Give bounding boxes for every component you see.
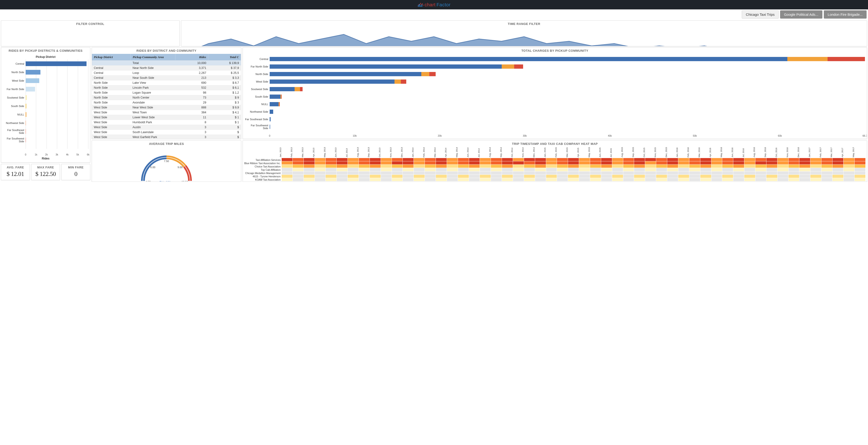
filter-control-card: FILTER CONTROL <box>1 21 180 46</box>
heatmap-card: TRIP TIMESTAMP AND TAXI CAB COMPANY HEAT… <box>243 141 867 182</box>
kpi-title: MAX FARE <box>32 166 59 169</box>
rides-table-title: RIDES BY DISTRICT AND COMMUNITY <box>92 48 241 54</box>
total-charges-chart[interactable]: CentralFar North SideNorth SideWest Side… <box>245 55 865 134</box>
rides-by-pickup-subtitle: Pickup District <box>3 55 88 59</box>
time-range-sparkline[interactable] <box>186 28 862 46</box>
gauge-tick: 10.50 <box>182 180 188 181</box>
heatmap-xlabels: Jan, 2013Feb, 2013Mar, 2013Apr, 2013May,… <box>281 147 865 158</box>
kpi-value: 0 <box>63 171 89 178</box>
time-range-card: TIME RANGE FILTER Jan, 2013 Jul, 2013 Ja… <box>181 21 867 46</box>
logo: chartFactor <box>417 2 451 7</box>
avg-trip-miles-card: AVERAGE TRIP MILES 4.50 6.00 7.50 9.00 1… <box>92 141 241 182</box>
heatmap-cells[interactable] <box>281 158 865 181</box>
gauge-tick: 7.50 <box>164 160 169 162</box>
svg-rect-0 <box>418 5 419 7</box>
gauge-tick: 6.00 <box>150 166 155 169</box>
svg-rect-2 <box>421 5 421 7</box>
rides-table-card: RIDES BY DISTRICT AND COMMUNITY Pickup D… <box>92 47 241 139</box>
total-charges-title: TOTAL CHARGES BY PICKUP COMMUNITY <box>243 48 867 54</box>
gauge-center-label: Trip Miles <box>159 180 174 181</box>
kpi-max-fare: MAX FARE $ 122.50 <box>31 164 60 180</box>
total-charges-card: TOTAL CHARGES BY PICKUP COMMUNITY Centra… <box>243 47 867 139</box>
rides-by-pickup-chart[interactable]: CentralNorth SideWest SideFar North Side… <box>3 60 88 153</box>
kpi-row: AVG. FARE $ 12.01 MAX FARE $ 122.50 MIN … <box>1 164 90 180</box>
kpi-title: AVG. FARE <box>2 166 29 169</box>
time-range-title: TIME RANGE FILTER <box>181 21 867 27</box>
kpi-min-fare: MIN FARE 0 <box>61 164 90 180</box>
logo-text-1: chart <box>425 2 436 7</box>
tab-google-ads[interactable]: Google Political Ads... <box>780 10 823 19</box>
kpi-value: $ 12.01 <box>2 171 29 178</box>
avg-trip-miles-title: AVERAGE TRIP MILES <box>92 141 241 147</box>
kpi-avg-fare: AVG. FARE $ 12.01 <box>1 164 30 180</box>
logo-text-2: Factor <box>437 2 451 7</box>
tab-chicago-taxi[interactable]: Chicago Taxi Trips <box>742 10 778 19</box>
rides-table[interactable]: Pickup DistrictPickup Community AreaRide… <box>92 54 241 139</box>
logo-icon <box>417 2 424 7</box>
kpi-title: MIN FARE <box>63 166 89 169</box>
svg-rect-1 <box>419 4 420 7</box>
gauge-tick: 4.50 <box>146 180 151 181</box>
top-bar: chartFactor <box>0 0 868 9</box>
heatmap-ylabels: Taxi Affiliation ServicesBlue Ribbon Tax… <box>244 147 281 181</box>
tab-london-fire[interactable]: London Fire Brigade... <box>824 10 867 19</box>
rides-by-pickup-card: RIDES BY PICKUP DISTRICTS & COMMUNITIES … <box>1 47 90 162</box>
total-charges-xaxis: 010k20k30k40k50k60k66.7 <box>270 134 865 138</box>
gauge-tick: 9.00 <box>178 166 182 169</box>
kpi-value: $ 122.50 <box>32 171 59 178</box>
heatmap-title: TRIP TIMESTAMP AND TAXI CAB COMPANY HEAT… <box>243 141 867 147</box>
svg-rect-3 <box>422 4 422 7</box>
rides-by-pickup-xaxis: 01k2k3k4k5k6k <box>26 153 88 156</box>
rides-by-pickup-xlabel: Rides <box>3 157 88 160</box>
filter-control-title: FILTER CONTROL <box>1 21 179 27</box>
tab-strip: Chicago Taxi Trips Google Political Ads.… <box>0 9 868 20</box>
rides-by-pickup-title: RIDES BY PICKUP DISTRICTS & COMMUNITIES <box>1 48 90 54</box>
avg-trip-miles-gauge[interactable]: 4.50 6.00 7.50 9.00 10.50 Trip Miles <box>92 147 241 181</box>
